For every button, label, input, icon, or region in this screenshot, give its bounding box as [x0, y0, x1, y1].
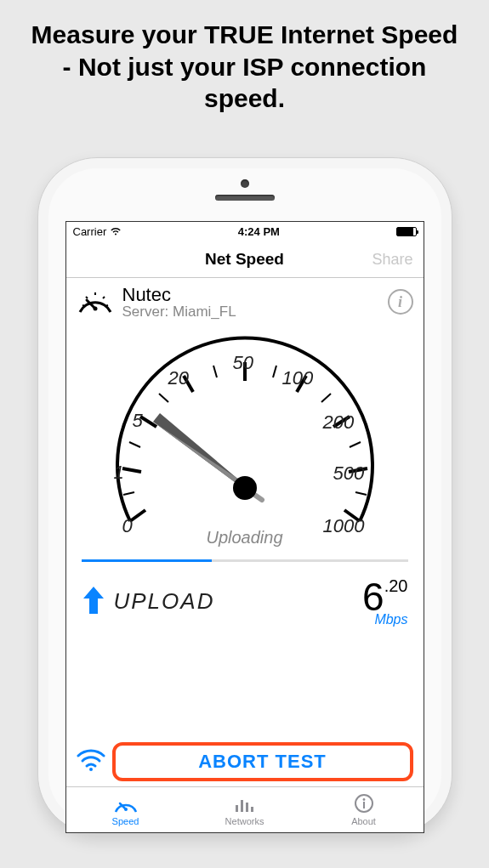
phone-speaker	[215, 195, 275, 201]
svg-line-23	[355, 492, 367, 495]
svg-line-17	[129, 442, 140, 447]
provider-server: Server: Miami_FL	[122, 304, 379, 320]
tab-label: About	[351, 816, 376, 826]
gauge-icon	[113, 793, 139, 815]
carrier-label: Carrier	[73, 225, 107, 238]
gauge-tick-200: 200	[323, 411, 355, 434]
tab-bar: Speed Networks About	[66, 786, 424, 832]
info-icon[interactable]: i	[388, 289, 413, 315]
svg-line-22	[350, 442, 361, 447]
battery-icon	[396, 227, 417, 236]
wifi-icon	[77, 749, 105, 774]
svg-line-6	[105, 305, 108, 306]
gauge-tick-50: 50	[233, 352, 253, 374]
progress-bar	[82, 559, 408, 562]
gauge-status-label: Uploading	[206, 528, 282, 547]
abort-test-button[interactable]: ABORT TEST	[112, 742, 413, 781]
tab-label: Speed	[112, 816, 139, 826]
svg-line-8	[122, 468, 141, 472]
app-screen: Carrier 4:24 PM Net Speed Share	[65, 221, 424, 833]
svg-rect-33	[246, 803, 248, 812]
svg-rect-34	[251, 807, 253, 812]
tab-networks[interactable]: Networks	[185, 787, 304, 832]
promo-headline: Measure your TRUE Internet Speed - Not j…	[0, 0, 489, 139]
wifi-icon	[110, 225, 122, 238]
upload-label: UPLOAD	[114, 588, 363, 615]
status-bar: Carrier 4:24 PM	[66, 222, 424, 241]
gauge-tick-100: 100	[282, 367, 314, 389]
progress-fill	[82, 559, 213, 562]
svg-line-20	[273, 366, 276, 377]
gauge-tick-20: 20	[168, 367, 189, 389]
svg-point-36	[362, 798, 365, 801]
svg-rect-37	[363, 802, 365, 808]
gauge-tick-0: 0	[122, 515, 133, 537]
upload-value-dec: .20	[384, 576, 408, 595]
svg-line-16	[123, 492, 134, 495]
tab-label: Networks	[225, 816, 264, 826]
svg-line-5	[103, 297, 105, 298]
phone-mockup: Carrier 4:24 PM Net Speed Share	[37, 157, 452, 834]
svg-rect-32	[241, 800, 243, 812]
tab-about[interactable]: About	[304, 787, 424, 832]
svg-marker-25	[153, 422, 247, 490]
share-button[interactable]: Share	[372, 250, 412, 268]
info-icon	[354, 793, 374, 815]
nav-bar: Net Speed Share	[66, 241, 424, 278]
gauge-tick-1000: 1000	[323, 515, 365, 537]
upload-arrow-icon	[82, 587, 105, 617]
provider-name: Nutec	[122, 285, 379, 304]
svg-point-28	[89, 768, 93, 771]
bars-icon	[232, 793, 258, 815]
gauge-tick-5: 5	[133, 410, 143, 432]
provider-row: Nutec Server: Miami_FL i	[66, 278, 424, 321]
svg-line-2	[82, 305, 85, 306]
svg-line-19	[213, 366, 217, 377]
svg-point-27	[233, 476, 257, 500]
upload-readout: UPLOAD 6.20 Mbps	[66, 562, 424, 627]
gauge-tick-500: 500	[333, 462, 365, 485]
page-title: Net Speed	[205, 250, 284, 269]
svg-rect-31	[236, 805, 238, 812]
gauge-icon	[77, 285, 114, 319]
status-time: 4:24 PM	[238, 225, 280, 238]
svg-line-21	[321, 394, 331, 402]
svg-line-3	[86, 297, 88, 298]
svg-line-18	[159, 394, 168, 402]
speed-gauge: 0 1 5 20 50 100 200 500 1000 Uploading	[66, 321, 424, 559]
gauge-tick-1: 1	[114, 462, 124, 484]
tab-speed[interactable]: Speed	[66, 787, 185, 832]
phone-camera	[241, 179, 249, 188]
